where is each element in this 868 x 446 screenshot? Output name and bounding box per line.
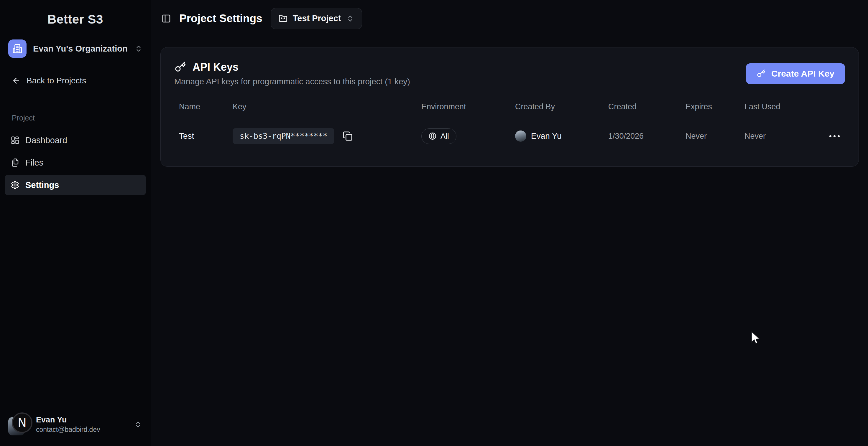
building-icon (8, 39, 27, 58)
key-icon (174, 61, 186, 73)
api-key-masked-value: sk-bs3-rqPN******** (232, 128, 334, 144)
environment-badge: All (421, 129, 456, 144)
back-to-projects-link[interactable]: Back to Projects (12, 76, 151, 85)
cell-created-by: Evan Yu (510, 131, 603, 142)
key-icon (756, 69, 766, 78)
chevrons-up-down-icon (134, 421, 142, 428)
table-row: Test sk-bs3-rqPN******** (174, 119, 845, 153)
cell-last-used: Never (740, 132, 823, 141)
col-header-created: Created (603, 102, 681, 119)
arrow-left-icon (12, 76, 21, 85)
org-name: Evan Yu's Organization (33, 44, 128, 54)
back-to-projects-label: Back to Projects (27, 76, 86, 85)
col-header-last-used: Last Used (740, 102, 823, 119)
app-window: Better S3 Evan Yu's Organization (0, 0, 868, 446)
sidebar-item-settings[interactable]: Settings (5, 175, 146, 195)
creator-avatar (515, 131, 526, 142)
creator-name: Evan Yu (531, 131, 562, 141)
chevrons-up-down-icon (346, 15, 354, 23)
col-header-environment: Environment (416, 102, 510, 119)
org-switcher[interactable]: Evan Yu's Organization (8, 39, 143, 58)
copy-icon[interactable] (343, 131, 352, 141)
avatar: N (8, 412, 33, 437)
col-header-key: Key (228, 102, 416, 119)
col-header-name: Name (174, 102, 228, 119)
gear-icon (11, 180, 20, 190)
col-header-expires: Expires (681, 102, 740, 119)
sidebar-item-dashboard[interactable]: Dashboard (5, 130, 146, 150)
table-header-row: Name Key Environment Created By Created … (174, 102, 845, 119)
api-keys-table: Name Key Environment Created By Created … (174, 102, 845, 153)
sidebar-section-label: Project (12, 114, 151, 122)
page-title: Project Settings (179, 12, 262, 25)
create-api-key-label: Create API Key (771, 69, 834, 79)
sidebar-item-label: Settings (25, 180, 59, 190)
cell-actions (823, 133, 850, 139)
sidebar-nav: Dashboard Files (5, 130, 146, 195)
sidebar-item-files[interactable]: Files (5, 152, 146, 173)
files-icon (11, 158, 20, 167)
environment-label: All (440, 132, 449, 141)
folder-icon (279, 14, 287, 23)
nextjs-dev-indicator[interactable]: N (12, 412, 32, 433)
user-menu[interactable]: N Evan Yu contact@badbird.dev (0, 404, 151, 446)
user-meta: Evan Yu contact@badbird.dev (36, 415, 100, 434)
dashboard-icon (11, 136, 20, 145)
sidebar: Better S3 Evan Yu's Organization (0, 0, 151, 446)
api-keys-title: API Keys (192, 61, 239, 73)
user-email: contact@badbird.dev (36, 426, 100, 434)
project-selector-label: Test Project (293, 13, 341, 23)
project-selector-button[interactable]: Test Project (271, 8, 362, 29)
content: API Keys Manage API keys for programmati… (151, 37, 868, 446)
cell-created: 1/30/2026 (603, 132, 681, 141)
cell-expires: Never (681, 132, 740, 141)
col-header-actions (823, 107, 845, 114)
api-keys-subtitle: Manage API keys for programmatic access … (174, 77, 410, 86)
ellipsis-icon[interactable] (828, 133, 841, 139)
panel-left-icon[interactable] (162, 14, 171, 23)
globe-icon (429, 132, 436, 140)
chevrons-up-down-icon (135, 45, 143, 53)
main-area: Project Settings Test Project (151, 0, 868, 446)
col-header-created-by: Created By (510, 102, 603, 119)
create-api-key-button[interactable]: Create API Key (746, 63, 845, 84)
api-keys-card: API Keys Manage API keys for programmati… (160, 47, 859, 167)
cell-environment: All (416, 129, 510, 144)
user-name: Evan Yu (36, 415, 100, 424)
topbar: Project Settings Test Project (151, 0, 868, 37)
sidebar-item-label: Files (25, 158, 43, 168)
cell-key-value: sk-bs3-rqPN******** (228, 128, 416, 144)
sidebar-item-label: Dashboard (25, 136, 67, 145)
api-keys-card-header: API Keys Manage API keys for programmati… (174, 61, 845, 86)
cell-key-name: Test (174, 131, 228, 141)
app-logo: Better S3 (0, 12, 151, 27)
